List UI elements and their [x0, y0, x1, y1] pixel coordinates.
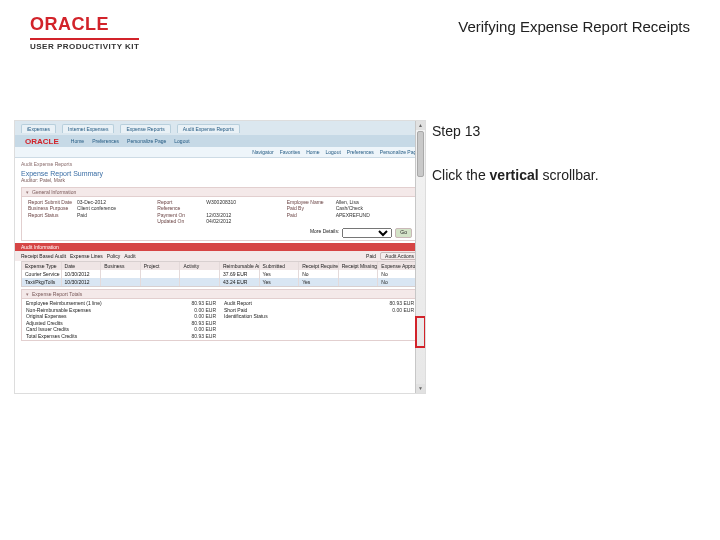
go-button[interactable]: Go [395, 228, 412, 238]
scroll-down-arrow-icon[interactable]: ▼ [416, 384, 425, 393]
tab-expense-reports[interactable]: Expense Reports [120, 124, 170, 133]
th-project: Project [141, 262, 181, 270]
table-row[interactable]: Taxi/Pkg/Tolls 10/30/2012 43.24 EUR Yes … [22, 278, 418, 286]
cell [141, 278, 181, 286]
instruction-bold: vertical [490, 167, 539, 183]
oracle-logo: ORACLE [30, 14, 109, 35]
gen-k-2: Report Status [28, 212, 74, 218]
cell [101, 270, 141, 278]
menu-favorites[interactable]: Favorites [280, 149, 301, 155]
cell: No [378, 270, 418, 278]
th-activity: Activity [180, 262, 220, 270]
screen-subtitle: Auditor: Patel, Mark [15, 177, 425, 185]
sum-k: Adjusted Credits [26, 320, 63, 326]
instruction-pre: Click the [432, 167, 490, 183]
summary-header[interactable]: Expense Report Totals [22, 290, 418, 299]
gen-k-1: Business Purpose [28, 205, 74, 211]
gen2-k-1: Reference [157, 205, 203, 211]
sum-v: 80.93 EUR [390, 300, 414, 306]
app-link-bar: ORACLE Home Preferences Personalize Page… [15, 135, 425, 147]
sum-k: Employee Reimbursement (1 line) [26, 300, 102, 306]
link-preferences[interactable]: Preferences [92, 138, 119, 144]
gen3-v-0: Allen, Lisa [336, 199, 359, 205]
section-general-header[interactable]: General Information [22, 188, 418, 197]
th-receipt-required: Receipt Required [299, 262, 339, 270]
sum-v: 0.00 EUR [194, 313, 216, 319]
scroll-up-arrow-icon[interactable]: ▲ [416, 121, 425, 130]
cell [339, 278, 379, 286]
gen3-v-2: APEXREFUND [336, 212, 370, 218]
link-personalize[interactable]: Personalize Page [127, 138, 166, 144]
th-expense-type: Expense Type [22, 262, 62, 270]
tool-policy[interactable]: Policy [107, 253, 120, 259]
cell: Taxi/Pkg/Tolls [22, 278, 62, 286]
cell [339, 270, 379, 278]
step-label: Step 13 [432, 120, 599, 142]
link-home[interactable]: Home [71, 138, 84, 144]
sum-v: 0.00 EUR [392, 307, 414, 313]
sum-v: 80.93 EUR [192, 333, 216, 339]
more-details-select[interactable] [342, 228, 392, 238]
gen-k-0: Report Submit Date [28, 199, 74, 205]
sum-v: 80.93 EUR [192, 300, 216, 306]
vertical-scrollbar[interactable]: ▲ ▼ [415, 121, 425, 393]
cell: 10/30/2012 [62, 270, 102, 278]
scroll-thumb[interactable] [417, 131, 424, 177]
gen3-k-2: Paid [287, 212, 333, 218]
app-tab-strip: iExpenses Internet Expenses Expense Repo… [15, 121, 425, 135]
th-approved: Expense Approved [378, 262, 418, 270]
tab-audit-expense-reports[interactable]: Audit Expense Reports [177, 124, 240, 133]
table-header-row: Expense Type Date Business Project Activ… [22, 262, 418, 270]
cell [141, 270, 181, 278]
table-row[interactable]: Courier Service 10/30/2012 37.69 EUR Yes… [22, 270, 418, 278]
th-business: Business [101, 262, 141, 270]
sum-v: 0.00 EUR [194, 326, 216, 332]
section-general: General Information Report Submit Date03… [21, 187, 419, 241]
app-oracle-logo: ORACLE [21, 137, 63, 146]
breadcrumb: Audit Expense Reports [15, 158, 425, 170]
audit-tool-row: Receipt Based Audit Expense Lines Policy… [15, 251, 425, 261]
cell [180, 278, 220, 286]
gen2-v-2: 12/03/2012 [206, 212, 231, 218]
instruction-post: scrollbar. [539, 167, 599, 183]
tab-iexpenses[interactable]: iExpenses [21, 124, 56, 133]
cell: Yes [260, 270, 300, 278]
gen2-v-3: 04/02/2012 [206, 218, 231, 224]
app-menu-row: Navigator Favorites Home Logout Preferen… [15, 147, 425, 158]
gen2-k-2: Payment On [157, 212, 203, 218]
sum-k: Original Expenses [26, 313, 67, 319]
sum-k: Total Expenses Credits [26, 333, 77, 339]
gen3-v-1: Cash/Check [336, 205, 363, 211]
cell: No [299, 270, 339, 278]
tab-internet-expenses[interactable]: Internet Expenses [62, 124, 114, 133]
sum-k: Identification Status [224, 313, 268, 319]
cell: Yes [260, 278, 300, 286]
tool-paid: Paid [366, 253, 376, 259]
cell: 43.24 EUR [220, 278, 260, 286]
cell: 10/30/2012 [62, 278, 102, 286]
menu-navigator[interactable]: Navigator [252, 149, 273, 155]
th-date: Date [62, 262, 102, 270]
cell: 37.69 EUR [220, 270, 260, 278]
link-logout[interactable]: Logout [174, 138, 189, 144]
tool-receipt-audit[interactable]: Receipt Based Audit [21, 253, 66, 259]
audit-actions-button[interactable]: Audit Actions [380, 252, 419, 260]
menu-preferences[interactable]: Preferences [347, 149, 374, 155]
cell [180, 270, 220, 278]
tool-expense-lines[interactable]: Expense Lines [70, 253, 103, 259]
gen3-k-0: Employee Name [287, 199, 333, 205]
tool-audit[interactable]: Audit [124, 253, 135, 259]
brand-block: ORACLE USER PRODUCTIVITY KIT [30, 14, 139, 51]
menu-home[interactable]: Home [306, 149, 319, 155]
cell: Yes [299, 278, 339, 286]
menu-logout[interactable]: Logout [326, 149, 341, 155]
gen-v-1: Client conference [77, 205, 116, 211]
cell: Courier Service [22, 270, 62, 278]
section-summary: Expense Report Totals Employee Reimburse… [21, 289, 419, 342]
gen2-k-0: Report [157, 199, 203, 205]
sum-k: Non-Reimbursable Expenses [26, 307, 91, 313]
gen2-k-3: Updated On [157, 218, 203, 224]
menu-personalize[interactable]: Personalize Page [380, 149, 419, 155]
gen-v-2: Paid [77, 212, 87, 218]
gen3-k-1: Paid By [287, 205, 333, 211]
